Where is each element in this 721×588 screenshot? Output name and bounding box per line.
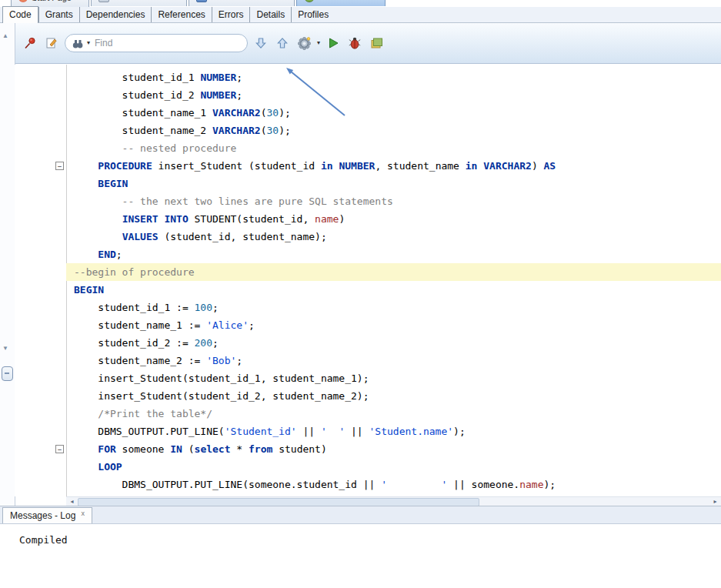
top-tab-3[interactable] — [189, 0, 295, 6]
close-icon[interactable]: x — [81, 509, 85, 517]
scroll-up-icon[interactable]: ▲ — [2, 32, 8, 39]
editor-tab-bar: CodeGrantsDependenciesReferencesErrorsDe… — [0, 7, 721, 23]
fold-collapse-icon[interactable]: − — [55, 162, 64, 170]
profile-button[interactable] — [368, 35, 385, 52]
code-line[interactable]: insert_Student(student_id_1, student_nam… — [15, 369, 721, 387]
gutter-cell — [15, 334, 66, 352]
code-text: BEGIN — [66, 175, 721, 192]
gutter-cell — [15, 281, 66, 299]
code-line[interactable]: student_id_1 NUMBER; — [15, 68, 721, 86]
fold-collapse-icon[interactable]: − — [55, 445, 64, 453]
gutter-cell — [15, 458, 66, 476]
code-text: END; — [66, 246, 721, 263]
messages-panel: Messages - Log x Compiled — [0, 506, 721, 588]
find-next-button[interactable] — [252, 35, 269, 52]
debug-button[interactable] — [346, 35, 363, 52]
code-line[interactable]: VALUES (student_id, student_name); — [15, 228, 721, 246]
code-line[interactable]: -- the next two lines are pure SQL state… — [15, 192, 721, 210]
code-line[interactable]: student_id_1 := 100; — [15, 299, 721, 316]
code-text: PROCEDURE insert_Student (student_id in … — [66, 157, 721, 175]
gutter-cell — [15, 369, 66, 387]
find-box[interactable]: ▾ — [65, 34, 248, 52]
tab-references[interactable]: References — [151, 7, 211, 22]
code-line[interactable]: student_id_2 NUMBER; — [15, 86, 721, 104]
gear-icon — [297, 36, 312, 51]
code-text: -- the next two lines are pure SQL state… — [66, 192, 721, 210]
editor-toolbar: ▾ — [15, 23, 721, 64]
gutter-cell — [15, 263, 66, 281]
gutter-cell — [15, 228, 66, 246]
code-line[interactable]: − FOR someone IN (select * from student) — [15, 440, 721, 458]
code-text: DBMS_OUTPUT.PUT_LINE('Student_id' || ' '… — [66, 423, 721, 440]
code-line[interactable]: − PROCEDURE insert_Student (student_id i… — [15, 157, 721, 175]
tab-code[interactable]: Code — [2, 6, 38, 23]
splitter-collapse-button[interactable] — [2, 366, 13, 381]
tab-details[interactable]: Details — [249, 7, 291, 22]
gutter-cell — [15, 175, 66, 192]
messages-content: Compiled — [0, 524, 721, 546]
code-line[interactable]: LOOP — [15, 458, 721, 476]
scroll-down-icon[interactable]: ▼ — [2, 345, 8, 352]
gutter-cell — [15, 68, 66, 86]
code-line[interactable]: BEGIN — [15, 175, 721, 192]
freeze-view-button[interactable] — [22, 35, 38, 52]
code-line[interactable]: student_id_2 := 200; — [15, 334, 721, 352]
bug-icon — [348, 36, 362, 50]
code-line[interactable]: -- nested procedure — [15, 139, 721, 157]
chevron-down-icon[interactable]: ▾ — [87, 40, 90, 46]
find-previous-button[interactable] — [274, 35, 291, 52]
code-text: student_id_1 NUMBER; — [66, 68, 721, 86]
tab-dependencies[interactable]: Dependencies — [79, 7, 152, 22]
sql-developer-window: Start Page× CodeGrantsDependenciesRefere… — [0, 0, 721, 588]
code-line[interactable]: insert_Student(student_id_2, student_nam… — [15, 387, 721, 405]
compile-button[interactable] — [295, 35, 312, 52]
gutter-cell — [15, 476, 66, 493]
top-tab-bar: Start Page× — [11, 0, 721, 7]
code-text: VALUES (student_id, student_name); — [66, 228, 721, 246]
code-text: student_name_2 VARCHAR2(30); — [66, 122, 721, 139]
find-input[interactable] — [93, 37, 241, 49]
compile-dropdown-icon[interactable]: ▾ — [317, 40, 320, 46]
gutter-cell — [15, 493, 66, 496]
tab-grants[interactable]: Grants — [38, 7, 79, 22]
code-line[interactable]: --begin of procedure — [15, 263, 721, 281]
compile-status-text: Compiled — [19, 534, 68, 546]
tab-label: Start Page — [32, 0, 72, 2]
code-line[interactable]: END; — [15, 246, 721, 263]
gutter-cell — [15, 139, 66, 157]
code-text: LOOP — [66, 458, 721, 476]
top-tab-4[interactable] — [296, 0, 386, 6]
code-editor[interactable]: student_id_1 NUMBER; student_id_2 NUMBER… — [15, 65, 721, 496]
code-line[interactable]: BEGIN — [15, 281, 721, 299]
table-icon — [196, 0, 207, 2]
code-text: student_id_2 NUMBER; — [66, 86, 721, 104]
code-text: student_id_1 := 100; — [66, 299, 721, 316]
code-line[interactable]: INSERT INTO STUDENT(student_id, name) — [15, 210, 721, 228]
tab-messages-log[interactable]: Messages - Log x — [2, 507, 92, 523]
code-line[interactable]: student_name_2 VARCHAR2(30); — [15, 122, 721, 139]
code-text: DBMS_OUTPUT.PUT_LINE(someone.student_id … — [66, 476, 721, 493]
gutter-cell — [15, 246, 66, 263]
code-line[interactable]: student_name_1 := 'Alice'; — [15, 316, 721, 334]
stack-icon — [369, 36, 383, 50]
tab-errors[interactable]: Errors — [212, 7, 250, 22]
arrow-up-icon — [275, 36, 289, 50]
scrollbar-thumb[interactable] — [78, 498, 479, 506]
gutter-cell — [15, 210, 66, 228]
code-line[interactable]: student_name_1 VARCHAR2(30); — [15, 104, 721, 122]
gutter-cell — [15, 299, 66, 316]
code-line[interactable]: DBMS_OUTPUT.PUT_LINE('Student_id' || ' '… — [15, 423, 721, 440]
code-line[interactable]: student_name_2 := 'Bob'; — [15, 352, 721, 369]
code-text: student_name_1 := 'Alice'; — [66, 316, 721, 334]
collapsed-left-panel: ▲ ▼ — [0, 23, 15, 506]
top-tab-2[interactable] — [91, 0, 187, 6]
messages-tab-bar: Messages - Log x — [0, 506, 721, 524]
code-line[interactable]: /*Print the table*/ — [15, 405, 721, 423]
gutter-cell — [15, 192, 66, 210]
code-line[interactable]: DBMS_OUTPUT.PUT_LINE(someone.student_id … — [15, 476, 721, 493]
run-button[interactable] — [325, 35, 342, 52]
tab-profiles[interactable]: Profiles — [291, 7, 335, 22]
edit-button[interactable] — [43, 35, 60, 52]
close-icon[interactable]: × — [77, 0, 82, 2]
binoculars-icon — [72, 38, 84, 49]
